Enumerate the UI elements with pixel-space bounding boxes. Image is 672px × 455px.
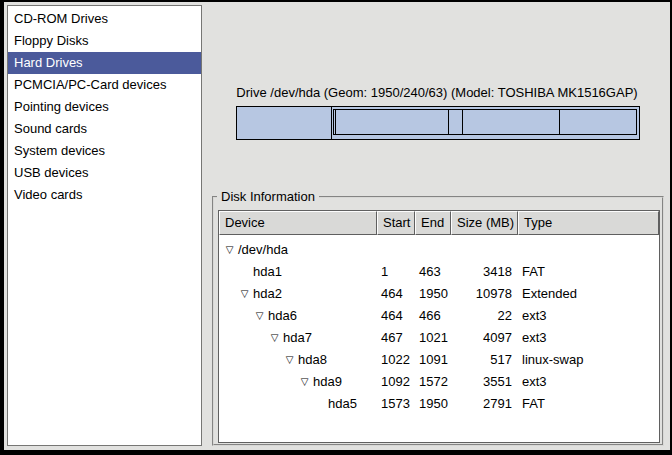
cell-end: 1950 [415,283,451,305]
cell-size: 22 [451,305,518,327]
sidebar-item-hard-drives[interactable]: Hard Drives [8,52,201,74]
sidebar-item-floppy-disks[interactable]: Floppy Disks [8,30,201,52]
sidebar-item-sound-cards[interactable]: Sound cards [8,118,201,140]
device-name: hda7 [281,327,312,349]
cell-start: 464 [377,305,415,327]
cell-size: 517 [451,349,518,371]
expander-icon[interactable]: ▽ [268,327,281,349]
device-name: hda5 [326,393,357,415]
cell-type: ext3 [518,327,659,349]
table-row-dev-hda[interactable]: ▽/dev/hda [219,239,659,261]
sidebar-item-video-cards[interactable]: Video cards [8,184,201,206]
partition-segment-hda5 [559,110,636,134]
expander-icon[interactable]: ▽ [253,305,266,327]
cell-type [518,239,659,261]
device-name: /dev/hda [236,239,288,261]
column-header-end[interactable]: End [415,211,451,235]
cell-size: 2791 [451,393,518,415]
device-name: hda6 [266,305,297,327]
partition-bar [236,106,640,140]
cell-start: 1092 [377,371,415,393]
cell-end: 463 [415,261,451,283]
cell-size: 4097 [451,327,518,349]
table-row-hda1[interactable]: ▽hda114633418FAT [219,261,659,283]
partition-segment-hda2-extended [333,109,637,135]
sidebar-item-usb-devices[interactable]: USB devices [8,162,201,184]
sidebar-item-pointing-devices[interactable]: Pointing devices [8,96,201,118]
table-row-hda7[interactable]: ▽hda746710214097ext3 [219,327,659,349]
column-header-type[interactable]: Type [518,211,659,235]
sidebar-list: CD-ROM DrivesFloppy DisksHard DrivesPCMC… [7,5,202,446]
cell-type: ext3 [518,371,659,393]
table-row-hda8[interactable]: ▽hda810221091517linux-swap [219,349,659,371]
cell-size: 10978 [451,283,518,305]
cell-size [451,239,518,261]
device-name: hda8 [296,349,327,371]
column-header-start[interactable]: Start [377,211,415,235]
cell-end: 466 [415,305,451,327]
disk-table-body: ▽/dev/hda▽hda114633418FAT▽hda24641950109… [219,235,659,415]
cell-start: 1 [377,261,415,283]
expander-icon[interactable]: ▽ [298,371,311,393]
drive-title: Drive /dev/hda (Geom: 1950/240/63) (Mode… [234,85,640,101]
cell-start: 464 [377,283,415,305]
column-header-device[interactable]: Device [219,211,377,235]
partition-segment-hda1 [237,107,332,139]
sidebar-item-cd-rom-drives[interactable]: CD-ROM Drives [8,8,201,30]
cell-start: 467 [377,327,415,349]
sidebar-item-pcmcia-pc-card-devices[interactable]: PCMCIA/PC-Card devices [8,74,201,96]
device-name: hda2 [251,283,282,305]
cell-type: Extended [518,283,659,305]
disk-information-groupbox: DeviceStartEndSize (MB)Type ▽/dev/hda▽hd… [212,196,664,446]
cell-start: 1573 [377,393,415,415]
table-row-hda9[interactable]: ▽hda9109215723551ext3 [219,371,659,393]
sidebar-item-system-devices[interactable]: System devices [8,140,201,162]
cell-end: 1572 [415,371,451,393]
expander-icon[interactable]: ▽ [283,349,296,371]
table-row-hda5[interactable]: ▽hda5157319502791FAT [219,393,659,415]
cell-end [415,239,451,261]
partition-segment-hda8 [448,110,462,134]
table-row-hda6[interactable]: ▽hda646446622ext3 [219,305,659,327]
partition-segment-hda7 [335,110,448,134]
cell-start: 1022 [377,349,415,371]
disk-table: DeviceStartEndSize (MB)Type ▽/dev/hda▽hd… [218,210,660,443]
cell-end: 1021 [415,327,451,349]
cell-end: 1950 [415,393,451,415]
cell-size: 3551 [451,371,518,393]
expander-icon[interactable]: ▽ [223,239,236,261]
device-name: hda9 [311,371,342,393]
window-frame: CD-ROM DrivesFloppy DisksHard DrivesPCMC… [0,0,672,455]
disk-table-header: DeviceStartEndSize (MB)Type [219,211,659,235]
disk-information-label: Disk Information [217,189,319,204]
partition-segment-hda9 [462,110,560,134]
cell-type: ext3 [518,305,659,327]
cell-type: linux-swap [518,349,659,371]
device-name: hda1 [251,261,282,283]
cell-start [377,239,415,261]
cell-size: 3418 [451,261,518,283]
expander-icon[interactable]: ▽ [238,283,251,305]
cell-end: 1091 [415,349,451,371]
cell-type: FAT [518,261,659,283]
table-row-hda2[interactable]: ▽hda2464195010978Extended [219,283,659,305]
cell-type: FAT [518,393,659,415]
column-header-size-mb[interactable]: Size (MB) [451,211,518,235]
